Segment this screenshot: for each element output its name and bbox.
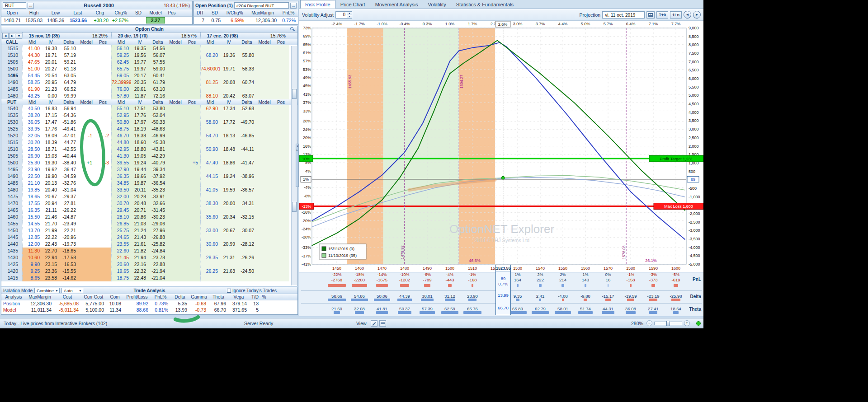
theta-strip-label: Theta — [689, 307, 701, 312]
chain-dropdown-icon[interactable]: ▼ — [16, 33, 22, 39]
volatility-adjust-stepper[interactable]: 0 ▲▼ — [335, 11, 352, 19]
put-row-1520[interactable]: 152032.0518.09-47.01-1-246.7018.38-46.99… — [1, 132, 297, 139]
put-row-1470[interactable]: 147017.5520.94-27.8130.7020.48-32.6638.3… — [1, 200, 297, 207]
chevron-down-icon: ▼ — [79, 289, 82, 292]
put-row-1535[interactable]: 153538.2017.15-54.3652.9517.76-52.04 — [1, 112, 297, 119]
svg-text:1490: 1490 — [423, 266, 432, 271]
svg-text:-20%: -20% — [302, 219, 311, 223]
svg-text:-1.0%: -1.0% — [377, 22, 387, 26]
op-value-SD: 0.75 — [207, 18, 223, 23]
tab-risk-profile[interactable]: Risk Profile — [300, 0, 335, 9]
put-row-1450[interactable]: 145013.7021.99-22.2125.7521.24-27.9633.0… — [1, 227, 297, 234]
put-row-1415[interactable]: 14158.6523.58-14.6218.7522.48-21.04 — [1, 275, 297, 281]
call-row-1490[interactable]: 149058.2520.9564.7972.3999920.3561.7981.… — [1, 79, 297, 86]
spin-up-icon[interactable]: ▲ — [347, 12, 352, 15]
trade-row-Model[interactable]: Model11,011.34-5,011.345,100.0011.3488.6… — [1, 307, 297, 313]
projection-date-field[interactable]: vi. 11 oct. 2019 — [602, 11, 645, 19]
step-forward-button[interactable]: ► — [693, 11, 701, 19]
zoom-in-icon[interactable]: + — [684, 320, 690, 326]
put-row-1475[interactable]: 147518.6520.67-29.3732.0020.28-33.91 — [1, 193, 297, 200]
op-col-SD: SD — [207, 10, 223, 16]
quote-value-Low: 1485.36 — [45, 18, 66, 23]
step-back-button[interactable]: ◄ — [684, 11, 691, 19]
ignore-trades-checkbox[interactable] — [227, 289, 231, 293]
trade-row-Position[interactable]: Position12,306.30-5,685.085,775.0010.088… — [1, 300, 297, 307]
isolation-mode-label: Isolation Mode — [3, 288, 33, 293]
tab-movement-analysis[interactable]: Movement Analysis — [370, 0, 423, 9]
put-row-1480[interactable]: 148019.8520.40-31.0433.5020.11-35.2341.0… — [1, 187, 297, 193]
call-header-row: CALLMidIVDeltaModelPosMidIVDeltaModelPos… — [1, 39, 297, 45]
call-row-1510[interactable]: 151044.3019.7157.1959.2519.5656.0768.201… — [1, 52, 297, 59]
svg-text:65%: 65% — [303, 42, 311, 47]
position-more-button[interactable]: ... — [290, 3, 297, 9]
call-row-1485[interactable]: 148561.9021.2366.5276.0020.6163.10 — [1, 86, 297, 93]
expiration-header-0[interactable]: 15 nov. 19 (35)18.29% — [22, 33, 111, 39]
current-theta: 66.70 — [496, 305, 510, 310]
zoom-slider[interactable] — [654, 322, 682, 325]
view-label[interactable]: View — [356, 321, 367, 326]
put-row-1510[interactable]: 151028.5018.71-42.5542.9518.80-43.8150.9… — [1, 146, 297, 153]
chain-next-icon[interactable]: ► — [9, 33, 15, 39]
ignore-trades-toggle[interactable]: Ignore Today's Trades — [227, 288, 277, 293]
risk-profile-chart[interactable]: -2.4%1450-1.7%1460-1.0%1470-0.4%14800.3%… — [299, 21, 703, 272]
position-selector[interactable]: #204 Diagonal RUT Nov19 — [234, 2, 289, 9]
call-row-1480[interactable]: 148043.250.0099.9957.8011.8772.1688.1020… — [1, 93, 297, 99]
put-row-1465[interactable]: 146516.3521.11-26.2229.4520.71-31.45 — [1, 207, 297, 214]
put-row-1515[interactable]: 151530.2018.39-44.7744.8018.60-45.38 — [1, 139, 297, 146]
one-line-button[interactable]: 1Ln — [670, 11, 682, 19]
search-icon[interactable] — [290, 27, 295, 32]
put-row-1420[interactable]: 14209.2523.36-15.5519.6522.32-21.9426.25… — [1, 268, 297, 275]
svg-text:3,500: 3,500 — [689, 118, 699, 123]
svg-text:1504.27: 1504.27 — [459, 75, 464, 89]
svg-text:3.0%: 3.0% — [513, 22, 523, 26]
expiration-header-2[interactable]: 17 ene. 20 (98)15.76% — [200, 33, 289, 39]
put-row-1495[interactable]: 149523.9019.62-36.4737.9019.44-39.34 — [1, 166, 297, 173]
put-row-1430[interactable]: 143010.6022.94-17.5821.4521.94-23.7828.3… — [1, 254, 297, 261]
edit-icon[interactable] — [371, 320, 377, 327]
svg-text:-37%: -37% — [302, 254, 311, 258]
symbol-more-button[interactable]: ... — [28, 3, 34, 9]
svg-text:4,500: 4,500 — [689, 102, 699, 106]
status-server: Server Ready — [244, 321, 273, 326]
put-row-1460[interactable]: 146015.5021.46-24.8728.1020.86-30.2335.6… — [1, 214, 297, 220]
notes-icon[interactable] — [379, 320, 386, 327]
tab-statistics-fundamentals[interactable]: Statistics & Fundamentals — [451, 0, 519, 9]
tab-price-chart[interactable]: Price Chart — [335, 0, 370, 9]
svg-text:69%: 69% — [303, 34, 311, 38]
call-row-1515[interactable]: 151541.0019.3855.1056.1019.3554.56 — [1, 45, 297, 52]
svg-text:1530: 1530 — [513, 266, 522, 271]
panel-splitter[interactable]: ◄► — [296, 144, 299, 187]
svg-text:-41%: -41% — [302, 262, 311, 266]
spin-down-icon[interactable]: ▼ — [347, 15, 352, 18]
op-col-PnL%: PnL% — [279, 10, 298, 16]
put-row-1455[interactable]: 145514.5521.70-23.4926.8521.03-29.06 — [1, 220, 297, 227]
put-row-1505[interactable]: 150526.9019.03-40.4441.3019.05-42.29 — [1, 153, 297, 159]
put-row-1435[interactable]: 143511.3022.70-18.6522.6021.82-24.84 — [1, 248, 297, 254]
call-row-1500[interactable]: 150051.0020.2761.1865.7519.9759.0074.600… — [1, 65, 297, 72]
svg-text:5.7%: 5.7% — [604, 22, 613, 26]
calendar-icon[interactable] — [646, 11, 655, 19]
put-row-1490[interactable]: 149022.5019.90-34.5936.3519.66-37.9244.1… — [1, 173, 297, 180]
tab-volatility[interactable]: Volatility — [423, 0, 451, 9]
put-row-1485[interactable]: 148521.1020.13-32.7634.8519.87-36.54 — [1, 180, 297, 187]
call-row-1505[interactable]: 150547.6520.0159.2162.4519.7757.55 — [1, 59, 297, 65]
put-row-1440[interactable]: 144012.0022.43-19.7323.5521.61-25.8230.6… — [1, 241, 297, 248]
put-row-1425[interactable]: 14259.9023.15-16.5320.6022.16-22.88 — [1, 261, 297, 268]
svg-text:-0.4%: -0.4% — [399, 22, 410, 26]
put-row-1525[interactable]: 152533.9517.76-49.4148.7518.19-48.63 — [1, 126, 297, 132]
put-row-1445[interactable]: 144512.8522.22-20.9624.6521.43-26.88 — [1, 234, 297, 241]
auto-select[interactable]: Auto▼ — [61, 288, 83, 293]
t-plus-0-button[interactable]: T+0 — [656, 11, 668, 19]
svg-text:-28%: -28% — [302, 235, 311, 239]
zoom-out-icon[interactable]: − — [646, 320, 652, 326]
isolation-mode-select[interactable]: Combine▼ — [34, 288, 60, 293]
put-row-1500[interactable]: 150025.3019.30-38.40+1-339.5519.24-40.79… — [1, 159, 297, 166]
put-row-1530[interactable]: 153036.0517.47-51.8650.8017.97-50.3358.6… — [1, 119, 297, 126]
chain-prev-icon[interactable]: ◄ — [2, 33, 9, 39]
put-row-1540[interactable]: 154040.5016.83-56.9455.1017.51-53.8062.9… — [1, 105, 297, 112]
symbol-input[interactable]: RUT — [3, 2, 26, 9]
svg-text:37%: 37% — [303, 100, 311, 105]
quote-panel: RUT ... Russell 2000 18.43 (-15%) OpenHi… — [1, 1, 193, 25]
call-row-1495[interactable]: 149554.4520.5463.0569.0520.1760.41 — [1, 72, 297, 79]
expiration-header-1[interactable]: 20 dic. 19 (70)18.57% — [111, 33, 200, 39]
